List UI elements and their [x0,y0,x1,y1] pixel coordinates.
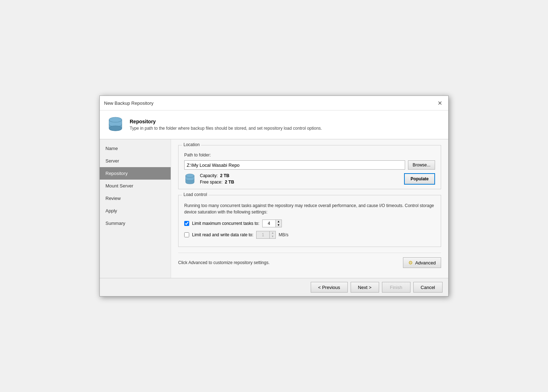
limit-tasks-increment[interactable]: ▲ [276,220,281,223]
sidebar-item-name[interactable]: Name [100,142,171,155]
svg-point-0 [109,117,122,122]
limit-rate-spinner: ▲ ▼ [256,231,276,239]
advanced-button-label: Advanced [415,260,436,265]
free-space-label: Free space: 2 TB [200,180,234,185]
svg-point-1 [109,126,122,131]
close-button[interactable]: ✕ [435,99,444,107]
title-bar: New Backup Repository ✕ [100,96,448,110]
location-section: Location Path to folder: Browse... [178,145,441,189]
path-input[interactable] [184,160,405,170]
dialog-title: New Backup Repository [104,100,154,106]
capacity-label: Capacity: 2 TB [200,173,234,178]
repository-icon [107,116,124,133]
limit-tasks-spinner-buttons: ▲ ▼ [275,220,281,227]
load-control-description: Running too many concurrent tasks agains… [184,202,435,215]
limit-tasks-spinner: ▲ ▼ [262,220,282,227]
location-section-label: Location [182,142,201,147]
header-description: Type in path to the folder where backup … [130,126,322,131]
limit-rate-label: Limit read and write data rate to: [192,232,253,237]
advanced-hint: Click Advanced to customize repository s… [178,260,270,265]
sidebar-item-summary[interactable]: Summary [100,217,171,229]
browse-button[interactable]: Browse... [408,160,435,170]
limit-rate-row: Limit read and write data rate to: ▲ ▼ M… [184,231,435,239]
free-space-value: 2 TB [225,180,234,185]
populate-button[interactable]: Populate [404,173,435,185]
previous-button[interactable]: < Previous [311,282,348,293]
footer: < Previous Next > Finish Cancel [100,278,448,296]
path-row: Browse... [184,160,435,170]
limit-rate-decrement[interactable]: ▼ [270,235,275,238]
header-section: Repository Type in path to the folder wh… [100,110,448,139]
sidebar-item-server[interactable]: Server [100,155,171,167]
limit-rate-increment[interactable]: ▲ [270,231,275,235]
limit-tasks-input[interactable] [263,220,275,227]
cancel-button[interactable]: Cancel [413,282,443,293]
limit-tasks-label: Limit maximum concurrent tasks to: [192,221,259,226]
header-text: Repository Type in path to the folder wh… [130,119,322,131]
capacity-value: 2 TB [220,173,229,178]
content-area: Name Server Repository Mount Server Revi… [100,139,448,278]
load-control-section: Load control Running too many concurrent… [178,195,441,247]
advanced-row: Click Advanced to customize repository s… [178,253,441,272]
capacity-row: Capacity: 2 TB Free space: 2 TB Populate [184,173,435,185]
header-title: Repository [130,119,322,124]
limit-rate-checkbox[interactable] [184,232,189,237]
sidebar-item-review[interactable]: Review [100,192,171,205]
load-control-label: Load control [182,192,208,197]
advanced-button[interactable]: ⚙ Advanced [403,257,441,268]
finish-button[interactable]: Finish [382,282,410,293]
sidebar-item-mount-server[interactable]: Mount Server [100,180,171,192]
sidebar-item-repository[interactable]: Repository [100,167,171,180]
limit-tasks-decrement[interactable]: ▼ [276,223,281,227]
new-backup-repository-dialog: New Backup Repository ✕ Repository Type … [99,96,449,296]
limit-tasks-checkbox[interactable] [184,221,189,226]
sidebar: Name Server Repository Mount Server Revi… [100,139,171,278]
next-button[interactable]: Next > [351,282,379,293]
limit-tasks-row: Limit maximum concurrent tasks to: ▲ ▼ [184,220,435,227]
mb-label: MB/s [279,232,288,237]
main-content: Location Path to folder: Browse... [171,139,448,278]
sidebar-item-apply[interactable]: Apply [100,205,171,217]
limit-rate-spinner-buttons: ▲ ▼ [269,231,275,238]
path-label: Path to folder: [184,153,435,158]
db-icon [184,173,196,185]
limit-rate-input[interactable] [257,231,269,238]
capacity-info: Capacity: 2 TB Free space: 2 TB [200,173,234,185]
gear-icon: ⚙ [408,260,413,265]
